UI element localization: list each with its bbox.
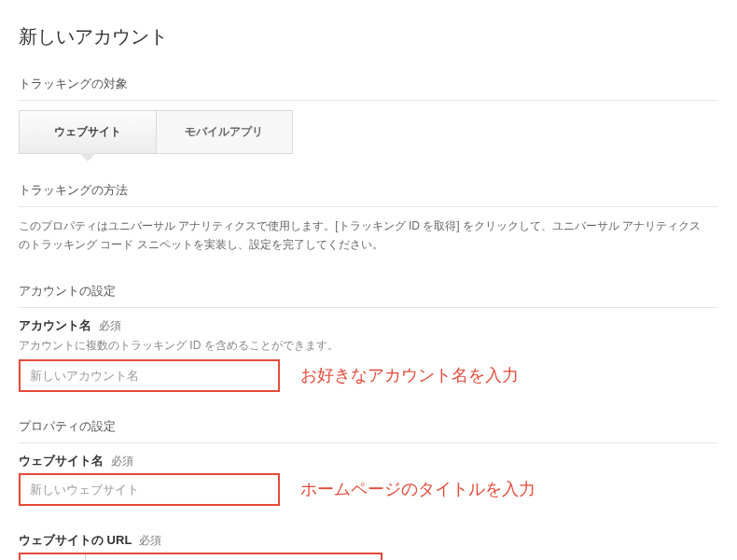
website-name-label-text: ウェブサイト名	[19, 454, 104, 468]
page-title: 新しいアカウント	[19, 24, 718, 49]
website-name-input-highlight	[19, 473, 280, 506]
tab-website[interactable]: ウェブサイト	[20, 111, 157, 153]
account-name-required: 必須	[99, 319, 121, 332]
account-name-help: アカウントに複数のトラッキング ID を含めることができます。	[19, 338, 718, 354]
website-name-input[interactable]	[21, 475, 278, 504]
website-name-annotation: ホームページのタイトルを入力	[300, 478, 535, 500]
account-name-annotation: お好きなアカウント名を入力	[300, 364, 519, 386]
property-settings-label: プロパティの設定	[19, 418, 718, 443]
website-url-input-highlight: http://	[19, 553, 382, 560]
url-scheme-dropdown[interactable]: http://	[21, 554, 86, 560]
website-name-label: ウェブサイト名 必須	[19, 453, 718, 469]
tab-mobile-app[interactable]: モバイルアプリ	[157, 111, 293, 153]
tracking-target-tabs: ウェブサイト モバイルアプリ	[19, 110, 293, 154]
account-name-input[interactable]	[21, 361, 278, 390]
tracking-target-label: トラッキングの対象	[19, 76, 718, 101]
website-url-input[interactable]	[86, 554, 381, 560]
website-url-label: ウェブサイトの URL 必須	[19, 532, 718, 549]
tracking-method-label: トラッキングの方法	[19, 182, 718, 207]
website-url-label-text: ウェブサイトの URL	[19, 533, 132, 547]
account-name-input-highlight	[19, 359, 280, 392]
account-settings-label: アカウントの設定	[19, 283, 718, 308]
website-name-required: 必須	[111, 455, 133, 468]
website-url-field: ウェブサイトの URL 必須 http:// ホームページのURLを入力	[19, 532, 718, 560]
tracking-method-description: このプロパティはユニバーサル アナリティクスで使用します。[トラッキング ID …	[19, 217, 709, 255]
account-name-field: アカウント名 必須 アカウントに複数のトラッキング ID を含めることができます…	[19, 317, 718, 392]
account-name-label-text: アカウント名	[19, 318, 91, 332]
account-name-label: アカウント名 必須	[19, 317, 718, 334]
website-url-required: 必須	[139, 534, 161, 547]
website-name-field: ウェブサイト名 必須 ホームページのタイトルを入力	[19, 453, 718, 506]
